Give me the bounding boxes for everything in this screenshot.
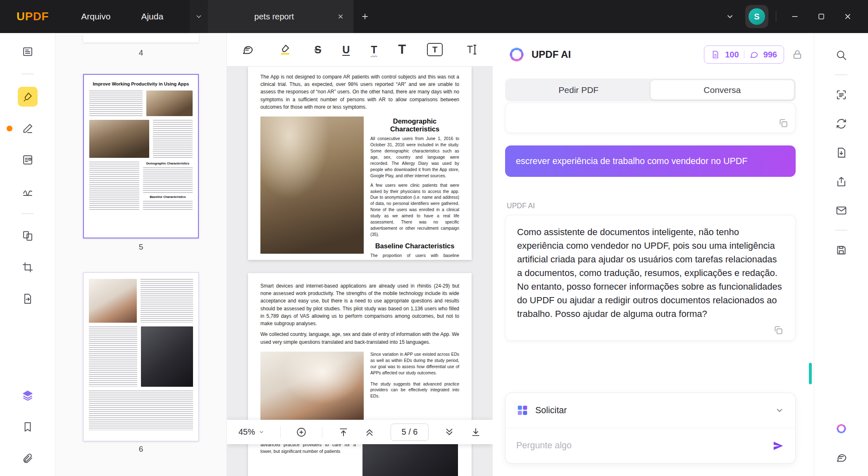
thumbnail-page-6[interactable] bbox=[83, 272, 199, 441]
send-icon[interactable] bbox=[772, 440, 785, 452]
assistant-notification-dot[interactable] bbox=[7, 126, 12, 131]
page6-paragraph-1: Smart devices and internet-based applica… bbox=[260, 282, 459, 327]
convert-icon[interactable] bbox=[832, 114, 851, 133]
demographic-heading: Demographic Characteristics bbox=[370, 117, 459, 133]
save-icon[interactable] bbox=[832, 240, 851, 259]
bookmark-icon[interactable] bbox=[18, 417, 37, 436]
document-canvas[interactable]: The App is not designed to compare AR pa… bbox=[227, 67, 493, 476]
thumb-photo bbox=[89, 279, 137, 323]
menu-arquivo[interactable]: Arquivo bbox=[81, 12, 110, 21]
copy-icon[interactable] bbox=[778, 118, 789, 129]
new-tab-button[interactable] bbox=[353, 0, 377, 33]
thumb-text-lines bbox=[143, 167, 193, 193]
attachment-icon[interactable] bbox=[18, 449, 37, 468]
ai-response-card: Como assistente de documentos inteligent… bbox=[505, 215, 796, 341]
tab-pedir-pdf[interactable]: Pedir PDF bbox=[507, 80, 651, 100]
maximize-button[interactable] bbox=[810, 5, 832, 28]
toolbar-divider bbox=[21, 213, 34, 214]
underline-icon[interactable]: U bbox=[342, 44, 350, 56]
chat-scrollbar[interactable] bbox=[809, 363, 812, 384]
signature-icon[interactable] bbox=[18, 182, 37, 201]
updf-app-window: UPDF Arquivo Ajuda pets report bbox=[0, 0, 868, 476]
thumb-doc-title: Improve Working Productivity in Using Ap… bbox=[89, 81, 193, 87]
titlebar: UPDF Arquivo Ajuda pets report bbox=[0, 0, 868, 33]
convert-pages-icon[interactable] bbox=[18, 289, 37, 308]
last-page-icon[interactable] bbox=[470, 427, 481, 438]
comment-note-icon[interactable] bbox=[239, 40, 256, 59]
typewriter-icon[interactable] bbox=[464, 40, 480, 59]
minimize-button[interactable] bbox=[784, 5, 806, 28]
tab-conversa[interactable]: Conversa bbox=[651, 80, 794, 100]
statusbar-divider bbox=[280, 426, 281, 438]
add-text-icon[interactable]: T bbox=[398, 42, 406, 57]
tab-close-icon[interactable] bbox=[337, 13, 344, 20]
thumb-photo bbox=[141, 326, 193, 387]
thumbnail-panel: 4 Improve Working Productivity in Using … bbox=[55, 33, 227, 476]
zoom-level: 45% bbox=[238, 427, 255, 437]
workspace-chevron-icon[interactable] bbox=[719, 5, 741, 28]
squiggly-underline-icon[interactable]: T bbox=[371, 44, 377, 56]
page-indicator[interactable]: 5 / 6 bbox=[391, 424, 429, 441]
close-button[interactable] bbox=[837, 5, 859, 28]
highlight-annotation-icon[interactable] bbox=[277, 40, 293, 59]
comment-panel-icon[interactable] bbox=[832, 448, 851, 467]
zoom-control[interactable]: 45% bbox=[238, 427, 265, 437]
thumb-heading: Baseline Characteristics bbox=[143, 195, 193, 199]
previous-ai-message-partial bbox=[505, 102, 796, 133]
ai-mode-tabs: Pedir PDF Conversa bbox=[505, 79, 796, 101]
toolbar-divider bbox=[835, 74, 847, 75]
zoom-in-icon[interactable] bbox=[296, 427, 307, 438]
thumb-text-lines bbox=[141, 279, 193, 323]
page6-photo-woman-laughing bbox=[260, 352, 364, 422]
ai-panel-header: UPDF AI 100 996 bbox=[508, 43, 803, 66]
page-layers-icon[interactable] bbox=[18, 386, 37, 405]
organize-pages-icon[interactable] bbox=[18, 226, 37, 245]
account-button[interactable]: S bbox=[745, 5, 768, 28]
copy-icon[interactable] bbox=[773, 325, 784, 336]
page6-column-paragraph-1: Since variation in APP use existed acros… bbox=[370, 352, 459, 376]
ai-question-input[interactable] bbox=[516, 440, 766, 451]
message-count: 996 bbox=[763, 50, 777, 60]
document-area: S U T T T The App is not designed to com… bbox=[227, 33, 493, 476]
first-page-icon[interactable] bbox=[338, 427, 349, 438]
crop-pages-icon[interactable] bbox=[18, 258, 37, 277]
thumb-text-lines bbox=[89, 162, 139, 210]
next-page-icon[interactable] bbox=[444, 427, 455, 438]
pdf-page-6: Smart devices and internet-based applica… bbox=[248, 273, 472, 476]
thumb-text-lines bbox=[89, 390, 193, 430]
text-box-icon[interactable]: T bbox=[427, 43, 443, 56]
thumbnail-page-4-partial[interactable] bbox=[83, 34, 199, 43]
chat-credit-icon bbox=[749, 50, 758, 59]
highlighter-tool-icon[interactable] bbox=[18, 87, 38, 107]
ai-panel-title: UPDF AI bbox=[532, 49, 571, 60]
export-icon[interactable] bbox=[832, 143, 851, 162]
thumb-text-lines bbox=[153, 120, 193, 158]
search-icon[interactable] bbox=[832, 45, 851, 64]
baseline-heading: Baseline Characteristics bbox=[370, 242, 459, 250]
document-tab[interactable]: pets report bbox=[208, 0, 353, 33]
ai-credit-badges[interactable]: 100 996 bbox=[704, 45, 784, 64]
lock-icon[interactable] bbox=[792, 49, 803, 60]
prompt-selector[interactable]: Solicitar bbox=[506, 393, 795, 428]
ocr-icon[interactable] bbox=[832, 85, 851, 104]
page-5-label: 5 bbox=[139, 243, 143, 252]
ai-response-text: Como assistente de documentos inteligent… bbox=[517, 225, 784, 321]
strikethrough-icon[interactable]: S bbox=[315, 44, 322, 56]
share-icon[interactable] bbox=[832, 172, 851, 191]
menu-ajuda[interactable]: Ajuda bbox=[141, 12, 163, 21]
updf-ai-floating-icon[interactable] bbox=[832, 419, 851, 438]
edit-text-icon[interactable] bbox=[18, 119, 37, 138]
chevron-down-icon[interactable] bbox=[775, 405, 785, 415]
thumbnail-page-5[interactable]: Improve Working Productivity in Using Ap… bbox=[83, 74, 199, 238]
thumb-photo bbox=[89, 120, 149, 158]
thumb-photo bbox=[146, 90, 193, 116]
tab-list-chevron-icon[interactable] bbox=[190, 0, 208, 33]
page5-photo-people-working bbox=[260, 117, 364, 254]
email-icon[interactable] bbox=[832, 201, 851, 220]
prompt-grid-icon bbox=[516, 404, 529, 416]
user-message-bubble: escrever experiência de trabalho como ve… bbox=[505, 145, 796, 177]
form-fields-icon[interactable] bbox=[18, 150, 37, 169]
toolbar-divider bbox=[835, 230, 847, 231]
reader-mode-icon[interactable] bbox=[18, 42, 37, 61]
previous-page-icon[interactable] bbox=[364, 427, 375, 438]
